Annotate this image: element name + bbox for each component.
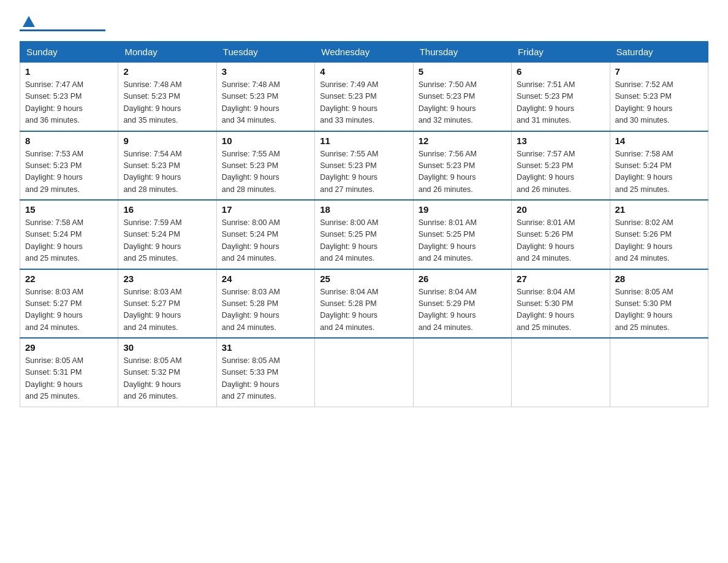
day-number: 28	[615, 274, 703, 284]
day-info: Sunrise: 7:50 AMSunset: 5:23 PMDaylight:…	[419, 79, 506, 127]
day-info: Sunrise: 8:00 AMSunset: 5:24 PMDaylight:…	[222, 217, 309, 265]
calendar-cell: 17Sunrise: 8:00 AMSunset: 5:24 PMDayligh…	[216, 200, 314, 269]
calendar-cell: 6Sunrise: 7:51 AMSunset: 5:23 PMDaylight…	[512, 63, 610, 131]
day-number: 31	[222, 342, 309, 353]
calendar-cell: 9Sunrise: 7:54 AMSunset: 5:23 PMDaylight…	[118, 131, 216, 201]
calendar-cell: 23Sunrise: 8:03 AMSunset: 5:27 PMDayligh…	[118, 269, 216, 339]
day-info: Sunrise: 7:49 AMSunset: 5:23 PMDaylight:…	[320, 79, 408, 127]
col-header-tuesday: Tuesday	[216, 42, 314, 63]
calendar-cell: 15Sunrise: 7:58 AMSunset: 5:24 PMDayligh…	[20, 200, 118, 269]
day-number: 11	[320, 136, 408, 146]
calendar-cell: 29Sunrise: 8:05 AMSunset: 5:31 PMDayligh…	[20, 338, 118, 407]
day-number: 1	[25, 66, 113, 77]
logo	[20, 15, 105, 31]
day-number: 27	[517, 274, 604, 284]
day-info: Sunrise: 8:04 AMSunset: 5:29 PMDaylight:…	[419, 286, 506, 334]
day-info: Sunrise: 8:02 AMSunset: 5:26 PMDaylight:…	[615, 217, 703, 265]
day-number: 17	[222, 204, 309, 215]
calendar-cell: 8Sunrise: 7:53 AMSunset: 5:23 PMDaylight…	[20, 131, 118, 201]
calendar-cell: 24Sunrise: 8:03 AMSunset: 5:28 PMDayligh…	[216, 269, 314, 339]
calendar-cell: 30Sunrise: 8:05 AMSunset: 5:32 PMDayligh…	[118, 338, 216, 407]
day-number: 16	[123, 204, 211, 215]
day-info: Sunrise: 8:04 AMSunset: 5:28 PMDaylight:…	[320, 286, 408, 334]
day-number: 8	[25, 136, 113, 146]
day-info: Sunrise: 7:48 AMSunset: 5:23 PMDaylight:…	[222, 79, 309, 127]
calendar-cell: 21Sunrise: 8:02 AMSunset: 5:26 PMDayligh…	[610, 200, 708, 269]
calendar-cell: 4Sunrise: 7:49 AMSunset: 5:23 PMDaylight…	[315, 63, 413, 131]
day-info: Sunrise: 8:03 AMSunset: 5:28 PMDaylight:…	[222, 286, 309, 334]
calendar-cell: 1Sunrise: 7:47 AMSunset: 5:23 PMDaylight…	[20, 63, 118, 131]
day-number: 21	[615, 204, 703, 215]
day-number: 5	[419, 66, 506, 77]
calendar-week-5: 29Sunrise: 8:05 AMSunset: 5:31 PMDayligh…	[20, 338, 708, 407]
day-number: 26	[419, 274, 506, 284]
calendar-cell	[413, 338, 511, 407]
day-number: 6	[517, 66, 604, 77]
col-header-friday: Friday	[512, 42, 610, 63]
day-info: Sunrise: 8:05 AMSunset: 5:30 PMDaylight:…	[615, 286, 703, 334]
day-number: 22	[25, 274, 113, 284]
day-info: Sunrise: 8:04 AMSunset: 5:30 PMDaylight:…	[517, 286, 604, 334]
day-info: Sunrise: 7:51 AMSunset: 5:23 PMDaylight:…	[517, 79, 604, 127]
day-info: Sunrise: 7:48 AMSunset: 5:23 PMDaylight:…	[123, 79, 211, 127]
day-info: Sunrise: 7:54 AMSunset: 5:23 PMDaylight:…	[123, 148, 211, 196]
day-number: 7	[615, 66, 703, 77]
day-info: Sunrise: 8:01 AMSunset: 5:26 PMDaylight:…	[517, 217, 604, 265]
calendar-cell: 31Sunrise: 8:05 AMSunset: 5:33 PMDayligh…	[216, 338, 314, 407]
calendar-cell: 2Sunrise: 7:48 AMSunset: 5:23 PMDaylight…	[118, 63, 216, 131]
page-header	[20, 15, 708, 31]
svg-marker-0	[23, 16, 35, 27]
day-info: Sunrise: 7:55 AMSunset: 5:23 PMDaylight:…	[320, 148, 408, 196]
calendar-cell: 5Sunrise: 7:50 AMSunset: 5:23 PMDaylight…	[413, 63, 511, 131]
day-info: Sunrise: 8:01 AMSunset: 5:25 PMDaylight:…	[419, 217, 506, 265]
calendar-cell	[315, 338, 413, 407]
calendar-header-row: SundayMondayTuesdayWednesdayThursdayFrid…	[20, 42, 708, 63]
col-header-thursday: Thursday	[413, 42, 511, 63]
calendar-cell: 18Sunrise: 8:00 AMSunset: 5:25 PMDayligh…	[315, 200, 413, 269]
day-info: Sunrise: 8:03 AMSunset: 5:27 PMDaylight:…	[25, 286, 113, 334]
calendar-cell: 12Sunrise: 7:56 AMSunset: 5:23 PMDayligh…	[413, 131, 511, 201]
day-info: Sunrise: 7:52 AMSunset: 5:23 PMDaylight:…	[615, 79, 703, 127]
day-info: Sunrise: 7:58 AMSunset: 5:24 PMDaylight:…	[615, 148, 703, 196]
day-number: 18	[320, 204, 408, 215]
calendar-cell: 14Sunrise: 7:58 AMSunset: 5:24 PMDayligh…	[610, 131, 708, 201]
day-info: Sunrise: 7:53 AMSunset: 5:23 PMDaylight:…	[25, 148, 113, 196]
calendar-cell: 22Sunrise: 8:03 AMSunset: 5:27 PMDayligh…	[20, 269, 118, 339]
day-number: 2	[123, 66, 211, 77]
day-number: 30	[123, 342, 211, 353]
logo-underline	[20, 29, 105, 31]
calendar-cell: 26Sunrise: 8:04 AMSunset: 5:29 PMDayligh…	[413, 269, 511, 339]
day-info: Sunrise: 7:55 AMSunset: 5:23 PMDaylight:…	[222, 148, 309, 196]
calendar-cell: 3Sunrise: 7:48 AMSunset: 5:23 PMDaylight…	[216, 63, 314, 131]
day-info: Sunrise: 8:05 AMSunset: 5:31 PMDaylight:…	[25, 355, 113, 403]
calendar-cell: 19Sunrise: 8:01 AMSunset: 5:25 PMDayligh…	[413, 200, 511, 269]
day-info: Sunrise: 7:58 AMSunset: 5:24 PMDaylight:…	[25, 217, 113, 265]
day-number: 23	[123, 274, 211, 284]
calendar-cell	[610, 338, 708, 407]
col-header-sunday: Sunday	[20, 42, 118, 63]
day-number: 10	[222, 136, 309, 146]
day-number: 15	[25, 204, 113, 215]
calendar-cell: 27Sunrise: 8:04 AMSunset: 5:30 PMDayligh…	[512, 269, 610, 339]
day-info: Sunrise: 8:03 AMSunset: 5:27 PMDaylight:…	[123, 286, 211, 334]
day-number: 25	[320, 274, 408, 284]
day-info: Sunrise: 8:05 AMSunset: 5:32 PMDaylight:…	[123, 355, 211, 403]
calendar-week-2: 8Sunrise: 7:53 AMSunset: 5:23 PMDaylight…	[20, 131, 708, 201]
day-number: 24	[222, 274, 309, 284]
day-info: Sunrise: 7:57 AMSunset: 5:23 PMDaylight:…	[517, 148, 604, 196]
calendar-cell: 11Sunrise: 7:55 AMSunset: 5:23 PMDayligh…	[315, 131, 413, 201]
day-number: 14	[615, 136, 703, 146]
day-number: 9	[123, 136, 211, 146]
day-info: Sunrise: 8:00 AMSunset: 5:25 PMDaylight:…	[320, 217, 408, 265]
calendar-cell: 28Sunrise: 8:05 AMSunset: 5:30 PMDayligh…	[610, 269, 708, 339]
day-number: 13	[517, 136, 604, 146]
calendar-week-4: 22Sunrise: 8:03 AMSunset: 5:27 PMDayligh…	[20, 269, 708, 339]
calendar-cell: 7Sunrise: 7:52 AMSunset: 5:23 PMDaylight…	[610, 63, 708, 131]
calendar-cell: 16Sunrise: 7:59 AMSunset: 5:24 PMDayligh…	[118, 200, 216, 269]
calendar-week-3: 15Sunrise: 7:58 AMSunset: 5:24 PMDayligh…	[20, 200, 708, 269]
day-number: 3	[222, 66, 309, 77]
col-header-monday: Monday	[118, 42, 216, 63]
calendar-table: SundayMondayTuesdayWednesdayThursdayFrid…	[20, 41, 708, 407]
day-info: Sunrise: 7:59 AMSunset: 5:24 PMDaylight:…	[123, 217, 211, 265]
col-header-saturday: Saturday	[610, 42, 708, 63]
